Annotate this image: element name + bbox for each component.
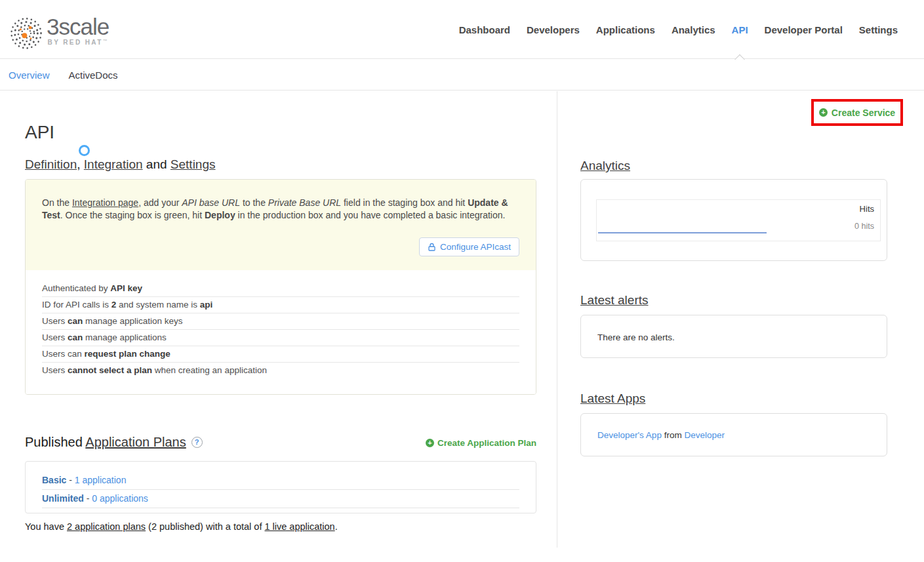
brand-text: 3scale BY RED HAT™	[47, 16, 109, 46]
analytics-heading[interactable]: Analytics	[580, 159, 630, 173]
api-details-list: Authenticated by API keyID for API calls…	[26, 270, 536, 394]
api-detail-row: Users can manage applications	[42, 330, 519, 346]
trademark-mark: ™	[103, 39, 109, 43]
plus-circle-icon: +	[426, 439, 434, 447]
text-segment: -	[84, 493, 92, 504]
subnav-item-activedocs[interactable]: ActiveDocs	[69, 70, 118, 81]
hits-chart: Hits 0 hits	[596, 199, 881, 241]
nav-item-label: API	[732, 24, 748, 35]
api-detail-row: ID for API calls is 2 and system name is…	[42, 297, 519, 313]
link-integration[interactable]: Integration	[84, 157, 143, 171]
text-segment: Users	[42, 365, 68, 375]
text-segment: manage applications	[83, 332, 167, 342]
nav-item-developer-portal[interactable]: Developer Portal	[765, 0, 843, 59]
text-segment: can	[68, 316, 83, 326]
nav-item-api[interactable]: API	[732, 0, 748, 59]
chart-legend-hits: Hits	[860, 204, 874, 214]
link-developer-s-app[interactable]: Developer's App	[597, 430, 662, 440]
nav-item-analytics[interactable]: Analytics	[672, 0, 715, 59]
text-segment: in the production box and you have compl…	[235, 210, 506, 220]
text-segment: Users	[42, 316, 68, 326]
text-segment: .	[335, 521, 338, 532]
text-segment: . Once the staging box is green, hit	[60, 210, 205, 220]
text-segment: api	[200, 300, 213, 310]
api-overview-panel: On the Integration page, add your API ba…	[25, 179, 536, 395]
nav-item-dashboard[interactable]: Dashboard	[459, 0, 510, 59]
no-alerts-text: There are no alerts.	[581, 315, 887, 342]
nav-item-label: Settings	[859, 24, 898, 35]
nav-item-settings[interactable]: Settings	[859, 0, 898, 59]
brand-name: 3scale	[47, 16, 109, 38]
integration-instructions: On the Integration page, add your API ba…	[42, 197, 511, 222]
text-segment: to the	[240, 197, 268, 208]
text-segment: API base URL	[182, 197, 240, 208]
annotation-click-circle	[79, 145, 90, 156]
link-basic[interactable]: Basic	[42, 475, 66, 485]
help-icon[interactable]: ?	[191, 437, 203, 448]
text-segment: Deploy	[205, 210, 235, 220]
text-segment: You have	[25, 521, 67, 532]
application-plans-link[interactable]: Application Plans	[85, 435, 186, 449]
link-1-live-application[interactable]: 1 live application	[264, 521, 334, 532]
nav-item-label: Analytics	[672, 24, 715, 35]
link-2-application-plans[interactable]: 2 application plans	[67, 521, 146, 532]
nav-item-label: Applications	[596, 24, 655, 35]
text-segment: and system name is	[116, 300, 200, 310]
text-segment: manage application keys	[83, 316, 182, 326]
text-segment: Users can	[42, 349, 85, 359]
lock-icon	[428, 243, 436, 251]
plans-heading: Published Application Plans?	[25, 435, 203, 450]
create-application-plan-link[interactable]: + Create Application Plan	[426, 438, 536, 448]
analytics-panel: Hits 0 hits	[580, 179, 887, 261]
link-0-applications[interactable]: 0 applications	[92, 493, 148, 504]
text-segment: cannot select a plan	[68, 365, 152, 375]
text-segment: can	[68, 332, 83, 342]
page-title: API	[25, 122, 54, 143]
top-header: 3scale BY RED HAT™ DashboardDevelopersAp…	[0, 0, 924, 59]
nav-item-label: Developers	[527, 24, 580, 35]
latest-alerts-panel: There are no alerts.	[580, 315, 887, 358]
text-segment: -	[66, 475, 74, 485]
published-label: Published	[25, 435, 85, 449]
subnav-item-overview[interactable]: Overview	[9, 70, 50, 81]
latest-apps-panel: Developer's App from Developer	[580, 413, 887, 456]
chart-hits-value: 0 hits	[854, 222, 874, 231]
latest-alerts-heading[interactable]: Latest alerts	[580, 293, 649, 308]
nav-item-label: Dashboard	[459, 24, 510, 35]
latest-apps-heading[interactable]: Latest Apps	[580, 391, 645, 406]
create-service-label: Create Service	[832, 108, 895, 118]
configure-apicast-button[interactable]: Configure APIcast	[419, 237, 519, 256]
create-application-plan-label: Create Application Plan	[437, 438, 536, 448]
text-segment: (2 published) with a total of	[146, 521, 264, 532]
link-settings[interactable]: Settings	[171, 157, 216, 171]
text-segment: , add your	[138, 197, 182, 208]
text-segment: request plan change	[85, 349, 171, 359]
create-service-button[interactable]: + Create Service	[814, 102, 900, 123]
sub-navigation: OverviewActiveDocs	[0, 60, 924, 90]
plan-row: Basic - 1 application	[42, 472, 519, 490]
definition-links: Definition, Integration and Settings	[25, 157, 216, 172]
text-segment: ID for API calls is	[42, 300, 111, 310]
text-segment: Users	[42, 332, 68, 342]
page: 3scale BY RED HAT™ DashboardDevelopersAp…	[0, 0, 924, 562]
nav-item-applications[interactable]: Applications	[596, 0, 655, 59]
latest-app-row: Developer's App from Developer	[581, 414, 887, 440]
text-segment: ,	[77, 157, 84, 171]
brand-logo[interactable]: 3scale BY RED HAT™	[9, 16, 109, 50]
link-developer[interactable]: Developer	[684, 430, 725, 440]
text-segment: API key	[110, 283, 142, 293]
link-integration-page[interactable]: Integration page	[72, 197, 138, 208]
api-detail-row: Users can manage application keys	[42, 313, 519, 330]
api-detail-row: Authenticated by API key	[42, 281, 519, 297]
nav-item-developers[interactable]: Developers	[527, 0, 580, 59]
link-definition[interactable]: Definition	[25, 157, 77, 171]
text-segment: Private Base URL	[268, 197, 341, 208]
nav-item-label: Developer Portal	[765, 24, 843, 35]
plan-row: Unlimited - 0 applications	[42, 490, 519, 508]
text-segment: On the	[42, 197, 72, 208]
api-detail-row: Users can request plan change	[42, 346, 519, 363]
apicast-button-row: Configure APIcast	[42, 237, 519, 256]
link-1-application[interactable]: 1 application	[75, 475, 127, 485]
link-unlimited[interactable]: Unlimited	[42, 493, 84, 504]
plus-circle-icon: +	[819, 108, 828, 117]
